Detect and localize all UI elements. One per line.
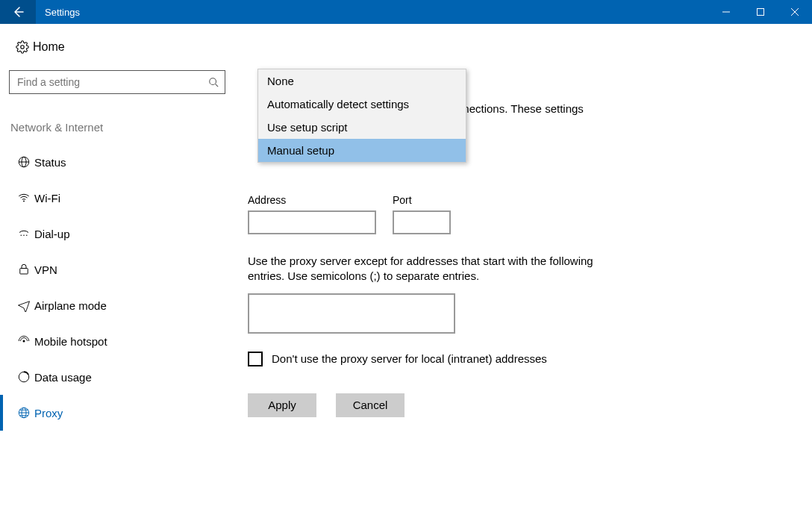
- gear-icon: [12, 40, 33, 54]
- partial-obscured-text: nnections. These settings: [457, 102, 584, 115]
- hotspot-icon: [13, 334, 34, 348]
- home-link[interactable]: Home: [12, 40, 246, 54]
- svg-rect-0: [758, 9, 764, 16]
- proxy-mode-dropdown[interactable]: None Automatically detect settings Use s…: [257, 69, 466, 163]
- cancel-button[interactable]: Cancel: [336, 393, 405, 417]
- port-input[interactable]: [393, 210, 451, 234]
- sidebar-item-vpn[interactable]: VPN: [0, 252, 246, 287]
- dropdown-option-auto[interactable]: Automatically detect settings: [258, 93, 466, 116]
- address-input[interactable]: [248, 210, 376, 234]
- minimize-icon: [722, 8, 730, 16]
- window-title: Settings: [45, 7, 80, 18]
- sidebar-item-proxy[interactable]: Proxy: [0, 395, 246, 431]
- search-box[interactable]: [9, 70, 225, 94]
- svg-rect-8: [20, 269, 28, 275]
- sidebar-item-label: Dial-up: [34, 228, 70, 240]
- proxy-icon: [13, 406, 34, 419]
- sidebar-item-airplane[interactable]: Airplane mode: [0, 287, 246, 323]
- sidebar: Home Network & Internet Status Wi-Fi Dia…: [0, 24, 246, 515]
- back-button[interactable]: [0, 0, 36, 24]
- dropdown-option-script[interactable]: Use setup script: [258, 116, 466, 139]
- data-usage-icon: [13, 370, 34, 384]
- sidebar-item-datausage[interactable]: Data usage: [0, 359, 246, 395]
- svg-point-9: [23, 340, 25, 343]
- sidebar-item-label: Wi-Fi: [34, 192, 60, 205]
- dropdown-option-none[interactable]: None: [258, 69, 466, 93]
- sidebar-item-label: VPN: [34, 263, 57, 276]
- svg-point-4: [23, 201, 25, 202]
- category-header: Network & Internet: [10, 121, 246, 134]
- sidebar-item-label: Status: [34, 156, 66, 169]
- nav-list: Status Wi-Fi Dial-up VPN Airplane mode M…: [0, 144, 246, 431]
- back-arrow-icon: [12, 6, 24, 18]
- sidebar-item-status[interactable]: Status: [0, 144, 246, 180]
- minimize-button[interactable]: [709, 0, 743, 24]
- search-icon: [202, 77, 225, 87]
- bypass-input[interactable]: [248, 293, 455, 334]
- title-bar: Settings: [0, 0, 812, 24]
- airplane-icon: [13, 299, 34, 312]
- sidebar-item-label: Data usage: [34, 371, 92, 384]
- wifi-icon: [13, 191, 34, 205]
- port-label: Port: [393, 194, 451, 206]
- dropdown-option-manual[interactable]: Manual setup: [258, 139, 466, 162]
- sidebar-item-wifi[interactable]: Wi-Fi: [0, 180, 246, 216]
- sidebar-item-label: Proxy: [34, 407, 63, 419]
- svg-point-1: [210, 78, 216, 85]
- close-icon: [791, 8, 799, 16]
- maximize-icon: [757, 8, 764, 16]
- sidebar-item-hotspot[interactable]: Mobile hotspot: [0, 323, 246, 359]
- svg-point-5: [21, 235, 22, 237]
- dialup-icon: [13, 227, 34, 240]
- sidebar-item-label: Airplane mode: [34, 299, 107, 312]
- address-label: Address: [248, 194, 376, 206]
- status-icon: [13, 155, 34, 169]
- search-input[interactable]: [10, 76, 202, 88]
- vpn-icon: [13, 263, 34, 276]
- svg-point-7: [26, 235, 28, 237]
- close-button[interactable]: [778, 0, 812, 24]
- sidebar-item-label: Mobile hotspot: [34, 335, 107, 348]
- svg-point-6: [23, 235, 25, 237]
- bypass-description: Use the proxy server except for addresse…: [248, 254, 606, 284]
- apply-button[interactable]: Apply: [248, 393, 316, 417]
- home-label: Home: [33, 40, 65, 54]
- maximize-button[interactable]: [743, 0, 778, 24]
- sidebar-item-dialup[interactable]: Dial-up: [0, 216, 246, 252]
- local-bypass-checkbox[interactable]: [248, 352, 263, 366]
- local-bypass-label: Don't use the proxy server for local (in…: [272, 352, 547, 365]
